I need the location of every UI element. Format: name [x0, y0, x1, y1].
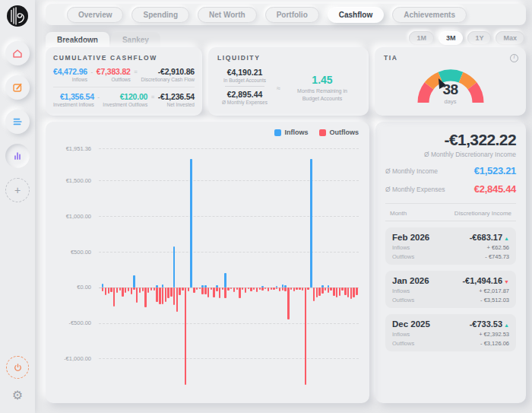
bar-outflow[interactable]: [344, 288, 346, 295]
range-1y[interactable]: 1Y: [467, 31, 491, 45]
bar-outflow[interactable]: [201, 288, 203, 294]
bar-chart-plot[interactable]: €1,951.36€1,500.00€1,000.00€500.00€0.00-…: [53, 141, 363, 396]
bar-outflow[interactable]: [341, 288, 343, 291]
bar-outflow[interactable]: [154, 288, 155, 291]
tab-spending[interactable]: Spending: [131, 7, 189, 23]
bar-outflow[interactable]: [156, 288, 157, 302]
bar-outflow[interactable]: [248, 288, 249, 289]
bar-outflow[interactable]: [236, 288, 238, 290]
bar-outflow[interactable]: [256, 288, 258, 292]
bar-inflow[interactable]: [224, 273, 226, 288]
bar-outflow[interactable]: [165, 288, 166, 303]
bar-outflow[interactable]: [227, 288, 229, 291]
bar-outflow[interactable]: [119, 288, 121, 291]
tab-net-worth[interactable]: Net Worth: [198, 7, 257, 23]
bar-outflow[interactable]: [347, 288, 349, 297]
bar-outflow[interactable]: [162, 288, 163, 304]
bar-outflow[interactable]: [339, 288, 340, 296]
bar-outflow[interactable]: [287, 288, 289, 319]
legend-inflows[interactable]: Inflows: [274, 129, 309, 136]
bar-inflow[interactable]: [310, 159, 312, 288]
bar-outflow[interactable]: [328, 288, 329, 293]
bar-outflow[interactable]: [167, 288, 169, 299]
tab-achievements[interactable]: Achievements: [392, 7, 467, 23]
bar-outflow[interactable]: [204, 288, 206, 294]
bar-outflow[interactable]: [353, 288, 354, 297]
bar-inflow[interactable]: [133, 275, 135, 288]
bar-outflow[interactable]: [176, 288, 178, 312]
bar-outflow[interactable]: [193, 288, 195, 293]
bar-outflow[interactable]: [199, 288, 201, 289]
bar-outflow[interactable]: [239, 288, 240, 298]
bar-outflow[interactable]: [133, 288, 135, 290]
tab-sankey[interactable]: Sankey: [111, 32, 160, 47]
bar-outflow[interactable]: [318, 288, 320, 296]
legend-outflows[interactable]: Outflows: [319, 129, 359, 136]
bar-outflow[interactable]: [316, 288, 318, 298]
bar-outflow[interactable]: [350, 288, 352, 299]
bar-outflow[interactable]: [299, 288, 300, 290]
bar-outflow[interactable]: [139, 288, 141, 293]
bar-outflow[interactable]: [113, 288, 115, 307]
add-button[interactable]: [5, 178, 30, 202]
bar-outflow[interactable]: [296, 288, 297, 290]
bar-outflow[interactable]: [179, 288, 180, 295]
bar-outflow[interactable]: [142, 288, 144, 291]
bar-outflow[interactable]: [136, 288, 138, 303]
bar-outflow[interactable]: [261, 288, 263, 291]
sidebar-item-edit[interactable]: [5, 75, 30, 100]
bar-inflow[interactable]: [173, 246, 175, 287]
month-row-dec-2025[interactable]: Dec 2025 -€733.53▲ Inflows+ €2,392.53 Ou…: [385, 314, 516, 351]
bar-outflow[interactable]: [259, 288, 261, 290]
info-icon[interactable]: [510, 54, 518, 62]
bar-outflow[interactable]: [268, 288, 269, 292]
bar-outflow[interactable]: [108, 288, 109, 294]
bar-outflow[interactable]: [336, 288, 337, 297]
bar-outflow[interactable]: [307, 288, 309, 290]
bar-outflow[interactable]: [128, 288, 129, 291]
bar-outflow[interactable]: [313, 288, 315, 302]
bar-outflow[interactable]: [325, 288, 326, 291]
bar-outflow[interactable]: [207, 288, 209, 297]
bar-outflow[interactable]: [271, 288, 272, 290]
sidebar-item-transactions[interactable]: [5, 110, 30, 134]
bar-outflow[interactable]: [110, 288, 112, 293]
bar-outflow[interactable]: [188, 288, 189, 292]
bar-outflow[interactable]: [173, 288, 175, 305]
tab-cashflow[interactable]: Cashflow: [328, 7, 384, 23]
bar-outflow[interactable]: [245, 288, 246, 293]
sidebar-item-analytics[interactable]: [5, 144, 30, 168]
month-row-feb-2026[interactable]: Feb 2026 -€683.17▲ Inflows+ €62.56 Outfl…: [385, 227, 516, 265]
bar-outflow[interactable]: [330, 288, 331, 291]
bar-outflow[interactable]: [125, 288, 126, 293]
bar-outflow[interactable]: [333, 288, 334, 296]
bar-outflow[interactable]: [219, 288, 220, 298]
bar-outflow[interactable]: [282, 288, 283, 291]
bar-outflow[interactable]: [105, 288, 106, 295]
bar-outflow[interactable]: [196, 288, 198, 290]
settings-button[interactable]: [12, 388, 23, 402]
bar-outflow[interactable]: [356, 288, 357, 295]
bar-outflow[interactable]: [144, 288, 146, 307]
bar-outflow[interactable]: [116, 288, 118, 293]
bar-outflow[interactable]: [182, 288, 183, 291]
app-logo-icon[interactable]: [6, 5, 29, 27]
bar-outflow[interactable]: [147, 288, 149, 293]
bar-outflow[interactable]: [284, 288, 286, 291]
range-3m[interactable]: 3M: [439, 31, 464, 45]
bar-outflow[interactable]: [216, 288, 217, 292]
tab-portfolio[interactable]: Portfolio: [265, 7, 319, 23]
month-row-jan-2026[interactable]: Jan 2026 -€1,494.16▼ Inflows+ €2,017.87 …: [385, 271, 516, 308]
bar-outflow[interactable]: [290, 288, 292, 290]
bar-outflow[interactable]: [159, 288, 160, 304]
tab-breakdown[interactable]: Breakdown: [46, 32, 109, 47]
bar-outflow[interactable]: [122, 288, 123, 297]
bar-outflow[interactable]: [131, 288, 132, 294]
bar-outflow[interactable]: [224, 288, 226, 298]
bar-outflow[interactable]: [222, 288, 223, 290]
bar-outflow[interactable]: [170, 288, 172, 297]
demo-reset-button[interactable]: [6, 356, 29, 379]
bar-outflow[interactable]: [279, 288, 280, 291]
bar-outflow[interactable]: [321, 288, 323, 294]
bar-outflow[interactable]: [211, 288, 212, 290]
